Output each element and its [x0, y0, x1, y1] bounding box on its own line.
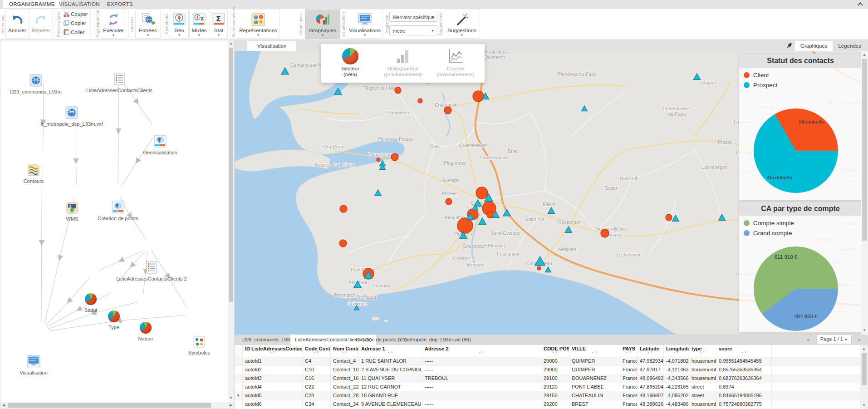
- pin-icon[interactable]: [786, 42, 793, 49]
- legend-item-compte-simple: Compte simple: [739, 218, 862, 228]
- client-marker[interactable]: [418, 99, 422, 103]
- table-row[interactable]: autoId2C10Contact_102 B AVENUE DU CORNIG…: [235, 365, 860, 375]
- client-marker[interactable]: [377, 158, 380, 162]
- sort-icon[interactable]: ▲▼: [647, 351, 654, 354]
- client-marker[interactable]: [395, 87, 401, 94]
- executer-button[interactable]: Exécuter ▼: [101, 10, 126, 39]
- client-marker[interactable]: [340, 205, 347, 212]
- scroll-up-icon[interactable]: ▲: [861, 52, 868, 58]
- table-row[interactable]: autoId6C34Contact_349 AVENUE CLEMENCEAU-…: [235, 400, 860, 409]
- table-tab-fr-metropole[interactable]: fr_metropole_dep_L93m.vxf (96): [394, 335, 476, 345]
- client-marker[interactable]: [444, 107, 451, 114]
- client-marker[interactable]: [537, 266, 541, 270]
- client-marker[interactable]: [391, 153, 398, 161]
- stat-button[interactable]: Σ Stat ▼: [210, 10, 228, 39]
- annuler-button[interactable]: Annuler: [5, 10, 29, 39]
- table-header-row: ID ListeAdressesContactsClients▲▼ Code C…: [235, 345, 860, 357]
- sort-icon[interactable]: ▲▼: [479, 351, 485, 354]
- visualisations-button[interactable]: Visualisations ▼: [347, 10, 383, 39]
- flow-node-visu[interactable]: Visualisation: [0, 355, 74, 375]
- page-next-button[interactable]: »: [854, 335, 864, 345]
- map-canvas[interactable]: Camaret-sur-MTelgruc-sur-MerPont-de-Buis…: [235, 51, 868, 335]
- client-marker[interactable]: [476, 187, 488, 199]
- projection-select[interactable]: Mercator spécifique p▼: [389, 12, 437, 22]
- tab-graphiques-panel[interactable]: Graphiques: [795, 41, 833, 51]
- representations-button[interactable]: Représentations ▼: [237, 10, 280, 39]
- client-marker[interactable]: [339, 240, 347, 247]
- flow-node-lac[interactable]: ListeAdressesContactsClients: [78, 73, 160, 93]
- scroll-left-icon[interactable]: ◀: [0, 402, 7, 409]
- coller-button[interactable]: Coller: [62, 28, 91, 37]
- copier-button[interactable]: Copier: [62, 19, 91, 28]
- repeter-button[interactable]: Répéter: [29, 10, 53, 39]
- flow-node-frm[interactable]: fr_metropole_dep_L93m.vxf: [31, 106, 113, 127]
- column-header[interactable]: Adresse 1▲▼: [359, 345, 422, 357]
- menu-item-secteur[interactable]: Secteur (bêta): [325, 47, 376, 78]
- sort-icon[interactable]: ▲▼: [673, 351, 680, 354]
- panel-vertical-scrollbar[interactable]: ▲ ▼: [861, 51, 868, 335]
- client-marker[interactable]: [601, 229, 609, 237]
- suggestions-button[interactable]: Suggestions ▼: [444, 10, 480, 39]
- tab-visualisation-view[interactable]: Visualisation: [247, 41, 296, 51]
- sort-icon[interactable]: ▲▼: [741, 351, 747, 354]
- table-row[interactable]: ▼autoId5C28Contact_2818 GRAND RUE-----29…: [235, 391, 860, 400]
- flowchart-vertical-scrollbar[interactable]: ▲ ▼: [228, 40, 234, 401]
- flow-node-geoloc[interactable]: Géolocalisation: [119, 135, 201, 155]
- column-header[interactable]: PAYS▲▼: [620, 345, 638, 357]
- flowchart-horizontal-scrollbar[interactable]: ◀ ▶: [0, 402, 234, 409]
- scroll-up-icon[interactable]: ▲: [861, 346, 867, 352]
- column-header[interactable]: VILLE▲▼: [569, 345, 620, 357]
- flow-node-lac2[interactable]: ListeAdressesContactsClients 2: [111, 261, 192, 281]
- flow-node-contours[interactable]: Contours: [0, 164, 74, 184]
- column-header[interactable]: Nom Contact▲▼: [331, 345, 359, 357]
- table-row[interactable]: autoId3C16Contact_1611 QUAI YSERTREBOUL2…: [235, 374, 860, 383]
- column-header[interactable]: Adresse 2▲▼: [422, 345, 541, 357]
- couper-button[interactable]: Couper: [62, 10, 91, 19]
- unit-select[interactable]: mètre▼: [389, 25, 437, 35]
- sort-icon[interactable]: ▲▼: [626, 351, 632, 354]
- tab-legendes-panel[interactable]: Légendes: [833, 41, 867, 51]
- sort-icon[interactable]: ▲▼: [387, 351, 394, 354]
- menu-item-courbe[interactable]: Courbe (prochainement): [430, 47, 481, 78]
- client-marker[interactable]: [457, 218, 473, 233]
- graphiques-button[interactable]: Graphiques ▼: [305, 10, 340, 39]
- column-header[interactable]: ID ListeAdressesContactsClients▲▼: [243, 345, 303, 357]
- tab-exports[interactable]: EXPORTS: [101, 0, 139, 8]
- sort-icon[interactable]: ▲▼: [342, 351, 348, 354]
- scroll-right-icon[interactable]: ▶: [228, 402, 234, 409]
- sort-icon[interactable]: ▲▼: [314, 351, 320, 354]
- sort-icon[interactable]: ▲▼: [552, 351, 559, 354]
- scroll-down-icon[interactable]: ▼: [861, 327, 868, 334]
- scissors-icon: [64, 11, 69, 17]
- client-marker[interactable]: [666, 214, 672, 221]
- entrees-button[interactable]: Entrées ▼: [135, 10, 161, 39]
- column-header[interactable]: Longitude▲▼: [664, 345, 689, 357]
- mixtes-button[interactable]: Σ Mixtes ▼: [189, 10, 209, 39]
- geo-button[interactable]: Géo ▼: [170, 10, 189, 39]
- flow-node-statut[interactable]: Statut: [50, 293, 132, 313]
- scroll-down-icon[interactable]: ▼: [861, 402, 867, 409]
- column-header[interactable]: Latitude▲▼: [638, 345, 664, 357]
- client-marker[interactable]: [446, 198, 452, 205]
- client-marker[interactable]: [473, 91, 484, 102]
- flow-node-points[interactable]: Création de points: [77, 201, 159, 221]
- sort-icon[interactable]: ▲▼: [700, 351, 706, 354]
- scroll-up-icon[interactable]: ▲: [228, 40, 234, 47]
- column-header[interactable]: Code Contact▲▼: [303, 345, 331, 357]
- client-marker[interactable]: [487, 212, 493, 218]
- sort-icon[interactable]: ▲▼: [592, 351, 598, 354]
- sort-icon[interactable]: ▲▼: [270, 351, 276, 354]
- menu-item-histogramme[interactable]: Histogramme (prochainement): [378, 47, 428, 78]
- page-indicator[interactable]: Page 1 / 1 ▼: [816, 335, 852, 344]
- collapse-ribbon-icon[interactable]: [857, 1, 863, 7]
- scroll-down-icon[interactable]: ▼: [228, 395, 234, 401]
- flow-node-d29[interactable]: D29_communes_L93m: [0, 74, 77, 94]
- page-prev-button[interactable]: «: [804, 335, 814, 345]
- column-header[interactable]: CODE POSTAL▲▼: [541, 345, 569, 357]
- column-header[interactable]: score▲▼: [716, 345, 772, 357]
- tab-visualisation[interactable]: VISUALISATION: [53, 0, 106, 8]
- table-row[interactable]: autoId1C4Contact_41 RUE SAINT ALOR-----2…: [235, 357, 860, 366]
- column-header[interactable]: type▲▼: [689, 345, 716, 357]
- table-vertical-scrollbar[interactable]: ▲ ▼: [860, 345, 868, 409]
- table-row[interactable]: autoId4C22Contact_2212 RUE CARNOT-----29…: [235, 383, 860, 392]
